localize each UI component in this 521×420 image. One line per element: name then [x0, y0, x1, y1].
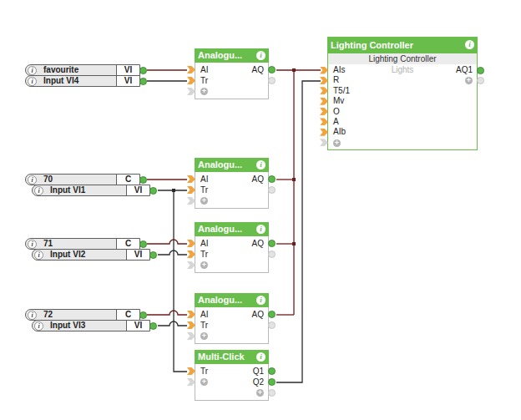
pin-label: T5/1 [333, 86, 350, 96]
block-lighting-controller[interactable]: Lighting Controller i Lighting Controlle… [327, 37, 478, 150]
junction-dot [292, 242, 296, 245]
connector-label: Input VI2 [43, 250, 126, 260]
input-connector-vi2[interactable]: i Input VI2 VI [32, 249, 150, 261]
wiring-canvas: i favourite VI i Input VI4 VI i 70 C i I… [0, 0, 521, 420]
pin-label: AQ [252, 64, 264, 75]
block-body: AI AQ Tr + [195, 236, 269, 273]
connector-label: favourite [37, 65, 116, 75]
input-connector-vi1[interactable]: i Input VI1 VI [32, 185, 150, 196]
connector-type-tag: C [116, 175, 139, 185]
output-nub[interactable] [268, 66, 276, 73]
wire-q2-r[interactable] [276, 81, 321, 382]
info-icon[interactable]: i [465, 40, 474, 49]
block-body: Lighting Controller AIs Lights AQ1 R + T… [327, 53, 478, 150]
info-icon: i [28, 77, 37, 86]
input-connector-72[interactable]: i 72 C [25, 309, 140, 321]
wire-vi3-tr4[interactable] [158, 321, 187, 326]
input-connector-70[interactable]: i 70 C [25, 174, 140, 185]
add-input-button[interactable]: + [333, 139, 341, 147]
pin-label: AQ [252, 238, 264, 249]
pin-label: AI [200, 174, 208, 185]
add-input-button[interactable]: + [200, 261, 208, 269]
wire-71-ai3[interactable] [147, 240, 187, 244]
inactive-output-nub [268, 250, 276, 258]
input-connector-vi4[interactable]: i Input VI4 VI [25, 75, 140, 87]
input-connector-71[interactable]: i 71 C [25, 238, 140, 250]
add-input-button[interactable]: + [200, 197, 208, 205]
wire-vi1-multiclick-tr[interactable] [174, 190, 187, 372]
info-icon[interactable]: i [256, 51, 266, 60]
connector-label: Input VI3 [43, 321, 126, 331]
connector-type-tag: C [116, 310, 139, 320]
pin-label: AQ [252, 174, 264, 185]
block-title-bar[interactable]: Lighting Controller i [327, 37, 478, 53]
pin-label: Q1 [253, 366, 264, 377]
output-nub[interactable] [268, 240, 276, 247]
output-nub[interactable] [139, 67, 147, 74]
pin-label: Tr [200, 75, 208, 86]
output-nub[interactable] [139, 78, 147, 85]
block-analogue-4[interactable]: Analogu... i AI AQ Tr + [195, 293, 269, 344]
junction-dot [292, 178, 296, 181]
block-body: AI AQ Tr + [195, 172, 269, 209]
pin-label: AI [200, 64, 208, 75]
connector-type-tag: VI [126, 185, 149, 195]
info-icon[interactable]: i [256, 225, 266, 234]
connector-label: Input VI4 [37, 76, 116, 86]
block-analogue-1[interactable]: Analogu... i AI AQ Tr + [195, 48, 269, 99]
output-nub[interactable] [268, 311, 276, 318]
info-icon[interactable]: i [256, 160, 266, 170]
block-title: Analogu... [198, 295, 242, 305]
output-nub[interactable] [268, 175, 276, 183]
pin-label: Tr [200, 320, 208, 331]
output-nub[interactable] [139, 240, 147, 248]
output-nub[interactable] [149, 322, 157, 330]
output-nub[interactable] [149, 251, 157, 259]
add-input-button[interactable]: + [200, 88, 208, 95]
input-connector-favourite[interactable]: i favourite VI [25, 64, 140, 76]
input-connector-vi3[interactable]: i Input VI3 VI [32, 320, 150, 331]
connector-type-tag: VI [116, 65, 139, 75]
output-nub[interactable] [139, 311, 147, 319]
pin-label: A [333, 117, 339, 127]
add-output-button[interactable]: + [256, 389, 264, 397]
add-output-button[interactable]: + [465, 77, 473, 84]
block-body: Tr Q1 + Q2 + [195, 364, 269, 401]
category-label: Lights [328, 65, 477, 75]
output-nub[interactable] [268, 378, 276, 386]
wire-72-ai4[interactable] [147, 311, 187, 315]
pin-label: AQ [252, 309, 264, 320]
add-input-button[interactable]: + [200, 378, 208, 386]
output-nub[interactable] [477, 67, 484, 74]
block-title-bar[interactable]: Analogu... i [195, 158, 269, 172]
block-title: Analogu... [198, 224, 242, 234]
connector-label: 70 [37, 175, 116, 185]
add-input-button[interactable]: + [200, 332, 208, 340]
connector-type-tag: VI [126, 321, 149, 331]
wire-vi2-tr3[interactable] [158, 250, 187, 255]
pin-label: Tr [200, 366, 208, 377]
info-icon[interactable]: i [256, 352, 266, 362]
output-nub[interactable] [149, 187, 157, 195]
block-analogue-3[interactable]: Analogu... i AI AQ Tr + [195, 222, 269, 273]
block-title-bar[interactable]: Multi-Click i [195, 350, 269, 364]
junction-dot [172, 189, 175, 192]
info-icon[interactable]: i [256, 296, 266, 305]
block-title-bar[interactable]: Analogu... i [195, 222, 269, 236]
info-icon: i [28, 175, 37, 185]
inactive-output-nub [268, 186, 276, 194]
info-icon: i [28, 240, 37, 249]
pin-label: Q2 [253, 377, 264, 387]
pin-label: R [333, 75, 339, 85]
block-analogue-2[interactable]: Analogu... i AI AQ Tr + [195, 158, 269, 209]
block-title-bar[interactable]: Analogu... i [195, 48, 269, 63]
pin-label: Tr [200, 185, 208, 195]
info-icon: i [34, 186, 43, 195]
info-icon: i [34, 250, 43, 260]
block-title: Multi-Click [198, 352, 245, 362]
block-multi-click[interactable]: Multi-Click i Tr Q1 + Q2 + [195, 350, 269, 401]
output-nub[interactable] [268, 367, 276, 375]
block-title-bar[interactable]: Analogu... i [195, 293, 269, 307]
pin-label: AIb [333, 127, 346, 137]
output-nub[interactable] [139, 176, 147, 184]
